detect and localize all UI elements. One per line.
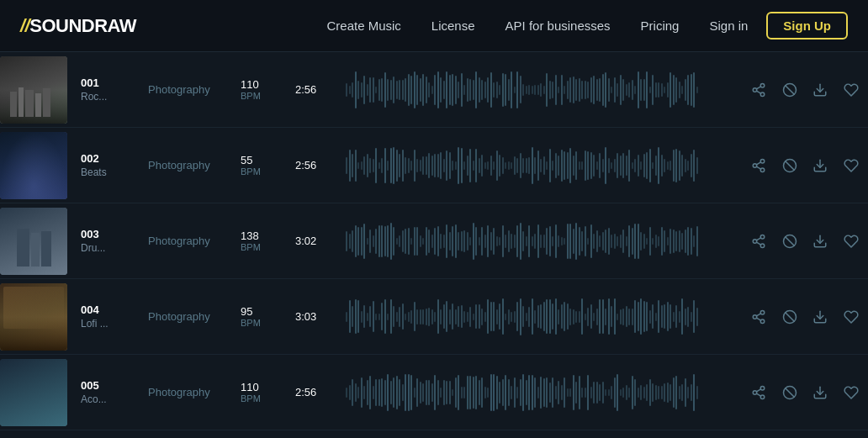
- track-actions: [750, 154, 860, 177]
- svg-line-28: [757, 237, 761, 240]
- download-icon[interactable]: [812, 381, 829, 404]
- track-genre: Photography: [148, 159, 241, 172]
- svg-line-36: [757, 313, 761, 315]
- track-thumbnail: [0, 56, 67, 124]
- track-duration: 3:02: [295, 235, 337, 247]
- link-icon[interactable]: [781, 381, 799, 404]
- favorite-icon[interactable]: [843, 381, 860, 404]
- track-identity: 001 Roc...: [81, 77, 148, 103]
- track-bpm: 138 BPM: [241, 230, 295, 252]
- track-bpm-label: BPM: [241, 91, 295, 101]
- svg-rect-21: [17, 229, 29, 266]
- share-icon[interactable]: [750, 305, 768, 329]
- link-icon[interactable]: [781, 230, 799, 253]
- svg-line-46: [785, 388, 794, 397]
- track-genre: Photography: [148, 386, 241, 398]
- track-bpm-value: 138: [241, 230, 295, 242]
- track-thumbnail: [0, 359, 67, 426]
- link-icon[interactable]: [781, 154, 799, 177]
- track-bpm: 110 BPM: [241, 381, 295, 404]
- svg-rect-3: [35, 93, 41, 117]
- track-row: 005 Aco... Photography 110 BPM 2:56: [0, 355, 868, 430]
- logo-text: //SOUNDRAW: [20, 15, 136, 37]
- track-row: 004 Lofi ... Photography 95 BPM 3:03: [0, 279, 868, 355]
- track-thumbnail: [0, 132, 67, 199]
- nav-signin[interactable]: Sign in: [697, 13, 760, 38]
- track-actions: [750, 381, 860, 404]
- track-bpm: 95 BPM: [241, 305, 295, 328]
- download-icon[interactable]: [812, 78, 829, 102]
- download-icon[interactable]: [812, 230, 829, 253]
- favorite-icon[interactable]: [843, 154, 860, 177]
- nav-signup-button[interactable]: Sign Up: [766, 12, 848, 40]
- svg-rect-23: [41, 231, 51, 266]
- logo-wordmark: SOUNDRAW: [29, 15, 136, 36]
- favorite-icon[interactable]: [843, 305, 860, 329]
- download-icon[interactable]: [812, 305, 829, 329]
- track-name: Beats: [81, 166, 148, 178]
- track-waveform[interactable]: [346, 296, 742, 338]
- track-identity: 002 Beats: [81, 152, 148, 178]
- svg-line-9: [757, 86, 761, 88]
- track-actions: [750, 305, 860, 329]
- track-name: Roc...: [81, 91, 148, 103]
- logo-slash: //: [20, 15, 29, 36]
- svg-line-35: [757, 318, 761, 320]
- track-row: 002 Beats Photography 55 BPM 2:56: [0, 128, 868, 203]
- svg-line-11: [785, 85, 794, 94]
- track-name: Lofi ...: [81, 318, 148, 330]
- track-bpm: 110 BPM: [241, 78, 295, 101]
- nav-pricing[interactable]: Pricing: [629, 13, 691, 38]
- logo[interactable]: //SOUNDRAW: [20, 15, 136, 37]
- track-bpm-value: 110: [241, 381, 295, 393]
- share-icon[interactable]: [750, 230, 768, 253]
- nav-license[interactable]: License: [420, 13, 487, 38]
- svg-rect-4: [43, 88, 50, 117]
- favorite-icon[interactable]: [843, 230, 860, 253]
- main-nav: Create Music License API for businesses …: [315, 12, 848, 40]
- svg-line-44: [757, 388, 761, 391]
- track-thumbnail: [0, 208, 67, 275]
- track-number: 003: [81, 228, 148, 240]
- share-icon[interactable]: [750, 78, 768, 102]
- svg-rect-22: [31, 233, 40, 266]
- track-duration: 2:56: [295, 83, 337, 96]
- link-icon[interactable]: [781, 78, 799, 102]
- track-number: 001: [81, 77, 148, 89]
- share-icon[interactable]: [750, 381, 768, 404]
- share-icon[interactable]: [750, 154, 768, 177]
- track-row: 001 Roc... Photography 110 BPM 2:56: [0, 52, 868, 128]
- track-genre: Photography: [148, 310, 241, 323]
- track-bpm-label: BPM: [241, 166, 295, 177]
- track-bpm: 55 BPM: [241, 154, 295, 177]
- svg-line-38: [785, 312, 794, 321]
- track-waveform[interactable]: [346, 69, 742, 111]
- track-bpm-label: BPM: [241, 242, 295, 252]
- track-duration: 2:56: [295, 159, 337, 172]
- track-identity: 003 Dru...: [81, 228, 148, 254]
- track-list: 001 Roc... Photography 110 BPM 2:56: [0, 52, 868, 430]
- track-number: 004: [81, 303, 148, 316]
- track-waveform[interactable]: [346, 372, 742, 414]
- track-bpm-value: 95: [241, 305, 295, 318]
- nav-api[interactable]: API for businesses: [494, 13, 622, 38]
- track-bpm-value: 55: [241, 154, 295, 166]
- track-duration: 3:03: [295, 310, 337, 323]
- track-thumbnail: [0, 283, 67, 351]
- track-genre: Photography: [148, 83, 241, 96]
- track-bpm-label: BPM: [241, 318, 295, 328]
- track-number: 002: [81, 152, 148, 165]
- track-actions: [750, 230, 860, 253]
- track-waveform[interactable]: [346, 220, 742, 262]
- favorite-icon[interactable]: [843, 78, 860, 102]
- track-waveform[interactable]: [346, 145, 742, 187]
- track-genre: Photography: [148, 235, 241, 247]
- nav-create-music[interactable]: Create Music: [315, 13, 412, 38]
- download-icon[interactable]: [812, 154, 829, 177]
- svg-line-17: [757, 161, 761, 164]
- track-actions: [750, 78, 860, 102]
- svg-line-30: [785, 236, 794, 245]
- track-bpm-label: BPM: [241, 393, 295, 404]
- track-row: 003 Dru... Photography 138 BPM 3:02: [0, 203, 868, 279]
- link-icon[interactable]: [781, 305, 799, 329]
